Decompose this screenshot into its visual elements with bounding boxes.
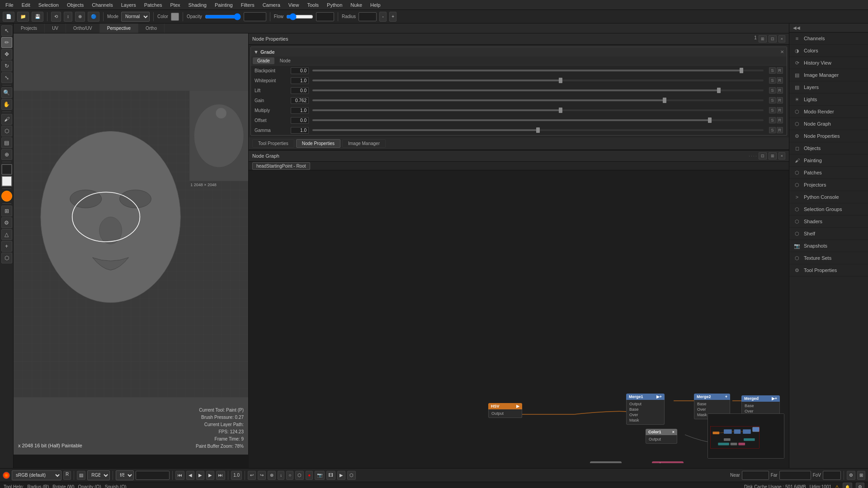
sidebar-item-python-console[interactable]: > Python Console <box>789 191 868 203</box>
next-frame-btn[interactable]: ▶ <box>206 471 214 480</box>
orange-indicator[interactable] <box>1 191 12 202</box>
panel-close-btn[interactable]: × <box>778 35 785 42</box>
brush-tool[interactable]: 🖌 <box>1 114 12 125</box>
paint-tool[interactable]: ✏ <box>1 37 12 48</box>
select-tool[interactable]: ↖ <box>1 25 12 36</box>
menu-painting[interactable]: Painting <box>211 1 236 9</box>
opacity-value[interactable]: 0.996 <box>244 12 266 21</box>
gain-s-btn[interactable]: S <box>769 97 775 103</box>
grade-close-btn[interactable]: × <box>780 48 784 55</box>
graph-expand-btn[interactable]: ⊞ <box>769 152 777 160</box>
settings-status-btn[interactable]: ⚙ <box>856 483 864 488</box>
crosshair-btn[interactable]: ⊕ <box>268 471 276 480</box>
sidebar-item-projectors[interactable]: ⬡ Projectors <box>789 179 868 191</box>
mini-map[interactable] <box>708 413 784 459</box>
node-canvas[interactable]: HSV ▶ Output Merge1 ▶+ Output Base Ov <box>249 170 789 463</box>
eraser-tool[interactable]: ⬡ <box>1 126 12 136</box>
render-btn[interactable]: ⬡ <box>347 471 356 480</box>
blackpoint-r-btn[interactable]: R <box>777 67 783 74</box>
pan-tool[interactable]: ✋ <box>1 99 12 110</box>
color-swatch[interactable] <box>171 13 179 21</box>
camera-btn[interactable]: 📷 <box>315 471 325 480</box>
settings-tool[interactable]: ⚙ <box>1 217 12 228</box>
menu-camera[interactable]: Camera <box>259 1 284 9</box>
node-paint1[interactable]: Paint1 + Output <box>652 461 684 463</box>
sidebar-item-tool-properties[interactable]: ⚙ Tool Properties <box>789 264 868 277</box>
multiply-value[interactable]: 1.0 <box>291 107 309 114</box>
tool2-button[interactable]: ↕ <box>64 12 72 22</box>
bg-color[interactable] <box>1 176 12 187</box>
gamma-r-btn[interactable]: R <box>777 127 783 133</box>
sub-tab-tool-props[interactable]: Tool Properties <box>252 139 294 148</box>
sidebar-item-image-manager[interactable]: ▤ Image Manager <box>789 69 868 81</box>
prev-frame-btn[interactable]: ◀ <box>186 471 194 480</box>
tab-uv[interactable]: UV <box>45 23 66 33</box>
tab-perspective[interactable]: Perspective <box>100 23 138 33</box>
rotate-tool[interactable]: ↻ <box>1 61 12 71</box>
menu-file[interactable]: File <box>2 1 17 9</box>
gamma-slider[interactable] <box>312 129 764 131</box>
r-minus-btn[interactable]: - <box>379 12 387 22</box>
panel-undock-btn[interactable]: ⊡ <box>769 35 777 42</box>
exposure-select[interactable]: f/8 <box>116 470 134 480</box>
multiply-slider[interactable] <box>312 109 764 111</box>
menu-filters[interactable]: Filters <box>237 1 258 9</box>
sidebar-item-layers[interactable]: ▤ Layers <box>789 81 868 94</box>
grade-header[interactable]: ▼ Grade × <box>251 47 787 56</box>
main-viewport[interactable]: 1 2048 × 2048 x 2048 16 bit (Half) Paint… <box>14 33 249 455</box>
menu-view[interactable]: View <box>285 1 303 9</box>
extra-tool2[interactable]: + <box>1 241 12 252</box>
grid-tool[interactable]: ⊞ <box>1 206 12 216</box>
gamma-value[interactable]: 1.0 <box>291 127 309 134</box>
sidebar-item-shaders[interactable]: ⬡ Shaders <box>789 216 868 228</box>
time-input[interactable]: 1.000000 <box>136 471 170 480</box>
blackpoint-s-btn[interactable]: S <box>769 67 775 74</box>
offset-s-btn[interactable]: S <box>769 117 775 123</box>
menu-patches[interactable]: Patches <box>141 1 166 9</box>
radius2-value[interactable]: 202 <box>359 12 377 21</box>
sub-tab-image-mgr[interactable]: Image Manager <box>342 139 386 148</box>
sidebar-item-selection-groups[interactable]: ⬡ Selection Groups <box>789 203 868 216</box>
display-icon-btn[interactable]: ▤ <box>77 471 85 480</box>
sub-tab-node-props[interactable]: Node Properties <box>296 139 340 148</box>
node-invert1[interactable]: Invert1 + Output <box>590 461 622 463</box>
new-button[interactable]: 📄 <box>3 12 14 22</box>
sidebar-item-history[interactable]: ⟳ History View <box>789 57 868 69</box>
graph-close-btn[interactable]: × <box>778 152 785 160</box>
circle-btn[interactable]: ○ <box>286 471 293 480</box>
extra-tool1[interactable]: △ <box>1 229 12 240</box>
play2-btn[interactable]: ▶ <box>337 471 345 480</box>
node-merge1[interactable]: Merge1 ▶+ Output Base Over Mask <box>626 394 665 425</box>
mode-select[interactable]: Normal <box>121 12 150 22</box>
near-input[interactable] <box>742 471 769 480</box>
tool3-button[interactable]: ⊕ <box>75 12 85 22</box>
flow-value[interactable]: 0.16 <box>316 12 334 21</box>
film-btn[interactable]: 🎞 <box>326 471 335 480</box>
grade-tab-grade[interactable]: Grade <box>253 57 274 64</box>
zoom-tool[interactable]: 🔍 <box>1 87 12 98</box>
gain-r-btn[interactable]: R <box>777 97 783 103</box>
undo-btn[interactable]: ↩ <box>248 471 256 480</box>
skip-back-btn[interactable]: ⏮ <box>175 471 184 480</box>
r-plus-btn[interactable]: + <box>389 12 396 22</box>
play-btn[interactable]: ▶ <box>196 471 204 480</box>
hex-btn[interactable]: ⬡ <box>295 471 304 480</box>
gain-value[interactable]: 0.762 <box>291 97 309 104</box>
menu-objects[interactable]: Objects <box>63 1 87 9</box>
settings-btn[interactable]: ⚙ <box>847 471 855 480</box>
tool4-button[interactable]: 🔵 <box>88 12 99 22</box>
gain-slider[interactable] <box>312 99 764 101</box>
sidebar-item-colors[interactable]: ◑ Colors <box>789 45 868 57</box>
whitepoint-r-btn[interactable]: R <box>777 77 783 84</box>
offset-r-btn[interactable]: R <box>777 117 783 123</box>
sidebar-item-patches[interactable]: ⬡ Patches <box>789 167 868 179</box>
clone-tool[interactable]: ⊕ <box>1 149 12 160</box>
grade-tab-node[interactable]: Node <box>275 57 295 64</box>
gamma-s-btn[interactable]: S <box>769 127 775 133</box>
node-hsv[interactable]: HSV ▶ Output <box>488 403 522 418</box>
node-color1[interactable]: Color1 × Output <box>646 429 677 444</box>
whitepoint-s-btn[interactable]: S <box>769 77 775 84</box>
offset-value[interactable]: 0.0 <box>291 117 309 124</box>
sidebar-item-lights[interactable]: ☀ Lights <box>789 94 868 106</box>
fill-tool[interactable]: ▤ <box>1 137 12 148</box>
